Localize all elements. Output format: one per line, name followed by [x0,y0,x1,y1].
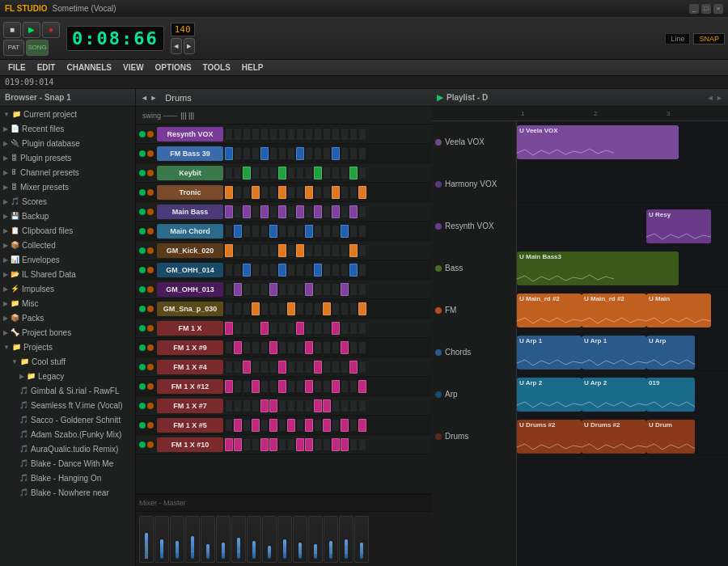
step-11-2[interactable] [243,341,251,354]
step-9-10[interactable] [314,302,322,315]
step-12-11[interactable] [323,361,331,374]
browser-item-25[interactable]: 🎵Blake - Hanging On [0,471,135,485]
ch-orange-16[interactable] [147,441,154,448]
step-3-13[interactable] [341,186,349,199]
menu-file[interactable]: FILE [3,61,31,74]
stop-button[interactable]: ■ [3,22,21,38]
ch-name-9[interactable]: GM_Sna_p_030 [157,302,223,316]
step-4-9[interactable] [305,205,313,218]
pattern-mode-button[interactable]: PAT [3,40,24,56]
ch-name-7[interactable]: GM_OHH_014 [157,263,223,277]
step-0-9[interactable] [305,128,313,141]
mixer-channel-13[interactable]: 13 [339,516,353,563]
ch-green-10[interactable] [139,325,146,332]
step-10-8[interactable] [296,322,304,335]
track-label-7[interactable]: Drums [432,416,516,458]
step-11-5[interactable] [269,341,277,354]
step-4-3[interactable] [252,205,260,218]
step-4-2[interactable] [243,205,251,218]
menu-channels[interactable]: CHANNELS [61,61,116,74]
step-0-15[interactable] [358,128,366,141]
step-7-1[interactable] [234,264,242,277]
ch-name-3[interactable]: Tronic [157,185,223,200]
ch-name-12[interactable]: FM 1 X #4 [157,360,223,374]
ch-green-16[interactable] [139,441,146,448]
browser-item-26[interactable]: 🎵Blake - Nowhere near [0,485,135,500]
step-1-8[interactable] [296,147,304,160]
step-0-11[interactable] [323,128,331,141]
step-9-12[interactable] [332,302,340,315]
step-16-11[interactable] [323,438,331,451]
ch-orange-3[interactable] [147,189,154,196]
step-9-13[interactable] [341,302,349,315]
step-6-2[interactable] [243,244,251,257]
step-15-14[interactable] [349,419,358,432]
step-8-9[interactable] [305,283,313,296]
step-16-15[interactable] [358,438,366,451]
step-6-11[interactable] [323,244,331,257]
step-8-15[interactable] [358,283,366,296]
step-9-5[interactable] [269,302,277,315]
step-8-4[interactable] [260,283,269,296]
step-10-4[interactable] [260,322,269,335]
ch-green-4[interactable] [139,209,146,215]
step-15-7[interactable] [287,419,295,432]
step-15-15[interactable] [358,419,366,432]
step-8-12[interactable] [332,283,340,296]
step-1-3[interactable] [252,147,260,160]
step-2-1[interactable] [234,167,242,180]
step-1-1[interactable] [234,147,242,160]
step-6-9[interactable] [305,244,313,257]
step-2-9[interactable] [305,167,313,180]
ch-orange-14[interactable] [147,403,154,409]
step-0-1[interactable] [234,128,242,141]
ch-green-11[interactable] [139,344,146,351]
ch-name-2[interactable]: Keybit [157,166,223,180]
step-15-9[interactable] [305,419,313,432]
step-11-14[interactable] [349,341,358,354]
step-6-0[interactable] [225,244,233,257]
step-8-10[interactable] [314,283,322,296]
step-7-2[interactable] [243,264,251,277]
step-16-0[interactable] [225,438,233,451]
step-10-6[interactable] [278,322,286,335]
step-5-13[interactable] [341,225,349,238]
step-0-8[interactable] [296,128,304,141]
step-10-15[interactable] [358,322,366,335]
step-10-11[interactable] [323,322,331,335]
block-4-0[interactable]: U Main_rd #2 [517,294,582,327]
step-5-11[interactable] [323,225,331,238]
ch-name-0[interactable]: Resynth VOX [157,127,223,142]
browser-item-15[interactable]: ▶🦴Project bones [0,325,135,340]
step-1-2[interactable] [243,147,251,160]
step-7-7[interactable] [287,264,295,277]
step-9-14[interactable] [349,302,358,315]
step-13-0[interactable] [225,380,233,393]
ch-name-13[interactable]: FM 1 X #12 [157,379,223,394]
step-15-2[interactable] [243,419,251,432]
step-13-10[interactable] [314,380,322,393]
step-11-15[interactable] [358,341,366,354]
step-16-2[interactable] [243,438,251,451]
step-4-15[interactable] [358,205,366,218]
browser-item-2[interactable]: ▶🔌Plugin database [0,136,135,150]
step-4-11[interactable] [323,205,331,218]
step-5-0[interactable] [225,225,233,238]
ch-orange-11[interactable] [147,344,154,351]
step-2-11[interactable] [323,167,331,180]
track-label-0[interactable]: Veela VOX [432,121,516,163]
mixer-channel-7[interactable]: 7 [247,516,261,563]
step-0-13[interactable] [341,128,349,141]
ch-orange-9[interactable] [147,306,154,312]
step-7-8[interactable] [296,264,304,277]
step-3-5[interactable] [269,186,277,199]
step-13-15[interactable] [358,380,366,393]
step-0-10[interactable] [314,128,322,141]
browser-item-21[interactable]: 🎵Sacco - Goldener Schnitt [0,412,135,427]
step-7-3[interactable] [252,264,260,277]
block-6-2[interactable]: 019 [646,378,695,412]
step-3-12[interactable] [332,186,340,199]
step-14-4[interactable] [260,399,269,412]
ch-green-15[interactable] [139,422,146,429]
browser-item-12[interactable]: ▶⚡Impulses [0,281,135,296]
